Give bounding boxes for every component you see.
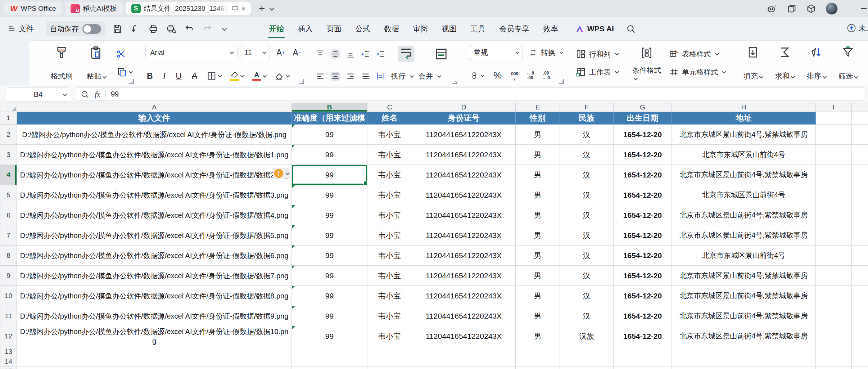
italic-button[interactable]: I bbox=[162, 71, 167, 81]
row-header-15[interactable]: 15 bbox=[0, 366, 17, 369]
cut-icon[interactable] bbox=[116, 49, 127, 59]
name-box[interactable]: B4 bbox=[5, 87, 71, 102]
cell-B3[interactable]: 99 bbox=[292, 145, 367, 165]
cell-H15[interactable] bbox=[672, 366, 816, 369]
cell-B10[interactable]: 99 bbox=[292, 286, 367, 306]
cell-A10[interactable]: D:/鲸闲办公/python办公/摸鱼办公软件/数据源/excel AI文件/身… bbox=[17, 286, 292, 306]
cell-E3[interactable]: 男 bbox=[516, 145, 560, 165]
cell-G5[interactable]: 1654-12-20 bbox=[614, 185, 672, 205]
increase-font-button[interactable]: A+ bbox=[275, 48, 286, 58]
menu-tab-插入[interactable]: 插入 bbox=[298, 24, 313, 34]
cell-C3[interactable]: 韦小宝 bbox=[367, 145, 412, 165]
cell-F11[interactable]: 汉 bbox=[560, 306, 614, 326]
distributed-icon[interactable] bbox=[376, 72, 385, 81]
tab-docer-templates[interactable]: AI 稻壳AI模板 bbox=[65, 2, 123, 15]
paste-button[interactable]: 粘贴 bbox=[81, 44, 111, 82]
user-avatar[interactable] bbox=[826, 3, 838, 15]
wps-ai-button[interactable]: WPS AI bbox=[575, 24, 614, 33]
cell-C2[interactable]: 韦小宝 bbox=[367, 125, 412, 145]
row-header-12[interactable]: 12 bbox=[0, 326, 17, 346]
wrap-text-button[interactable] bbox=[391, 45, 421, 63]
menu-tab-页面[interactable]: 页面 bbox=[326, 24, 342, 34]
cell-B13[interactable] bbox=[292, 346, 367, 357]
cell-D5[interactable]: 11204416541220243X bbox=[412, 185, 516, 205]
cell-J6[interactable] bbox=[852, 205, 868, 225]
menu-tab-数据[interactable]: 数据 bbox=[384, 24, 399, 34]
row-header-13[interactable]: 13 bbox=[0, 346, 17, 357]
decrease-indent-icon[interactable] bbox=[361, 49, 370, 59]
cell-A4[interactable]: D:/鲸闲办公/python办公/摸鱼办公软件/数据源/excel AI文件/身… bbox=[17, 165, 292, 185]
cell-J7[interactable] bbox=[852, 225, 868, 246]
sum-button[interactable]: 求和 bbox=[770, 44, 799, 82]
cell-C8[interactable]: 韦小宝 bbox=[367, 246, 412, 266]
row-header-10[interactable]: 10 bbox=[0, 286, 17, 306]
cell-A5[interactable]: D:/鲸闲办公/python办公/摸鱼办公软件/数据源/excel AI文件/身… bbox=[17, 185, 292, 205]
cell-F8[interactable]: 汉 bbox=[560, 246, 614, 266]
cell-A12[interactable]: D:/鲸闲办公/python办公/摸鱼办公软件/数据源/excel AI文件/身… bbox=[17, 326, 292, 346]
cell-G9[interactable]: 1654-12-20 bbox=[614, 266, 672, 286]
underline-button[interactable]: U bbox=[174, 71, 183, 81]
cell-C5[interactable]: 韦小宝 bbox=[367, 185, 412, 205]
cell-D6[interactable]: 11204416541220243X bbox=[412, 205, 516, 225]
cell-D7[interactable]: 11204416541220243X bbox=[412, 225, 516, 246]
cell-G13[interactable] bbox=[614, 346, 672, 357]
cell-C14[interactable] bbox=[367, 357, 412, 366]
cell-D8[interactable]: 11204416541220243X bbox=[412, 246, 516, 266]
quick-access-chevron-icon[interactable] bbox=[222, 26, 227, 31]
cell-C12[interactable]: 韦小宝 bbox=[367, 326, 412, 346]
cell-E14[interactable] bbox=[516, 357, 560, 366]
autosave-toggle[interactable] bbox=[82, 24, 101, 34]
cell-H11[interactable]: 北京市东城区景山前街4号,紫禁城敬事房 bbox=[672, 306, 816, 326]
cell-A8[interactable]: D:/鲸闲办公/python办公/摸鱼办公软件/数据源/excel AI文件/身… bbox=[17, 246, 292, 266]
cell-E12[interactable]: 男 bbox=[516, 326, 560, 346]
cell-G10[interactable]: 1654-12-20 bbox=[614, 286, 672, 306]
cell-D15[interactable] bbox=[412, 366, 516, 369]
cell-A13[interactable] bbox=[17, 346, 292, 357]
row-header-1[interactable]: 1 bbox=[0, 112, 17, 125]
thousands-separator-button[interactable]: 000, bbox=[511, 72, 518, 79]
clipboard-expander[interactable] bbox=[129, 79, 134, 84]
align-bottom-icon[interactable] bbox=[346, 49, 355, 59]
cell-I1[interactable] bbox=[816, 112, 852, 125]
align-top-icon[interactable] bbox=[316, 49, 325, 59]
copy-button[interactable] bbox=[116, 67, 132, 77]
cell-A11[interactable]: D:/鲸闲办公/python办公/摸鱼办公软件/数据源/excel AI文件/身… bbox=[17, 306, 292, 326]
align-left-icon[interactable] bbox=[316, 72, 325, 81]
print-icon[interactable] bbox=[148, 23, 159, 34]
cell-J10[interactable] bbox=[852, 286, 868, 306]
column-header-B[interactable]: B bbox=[292, 103, 367, 112]
undo-icon[interactable] bbox=[184, 23, 195, 34]
search-icon[interactable] bbox=[626, 24, 636, 34]
merge-cells-label[interactable]: 合并 bbox=[419, 71, 440, 81]
font-color-button[interactable]: A bbox=[251, 71, 266, 81]
cell-B14[interactable] bbox=[292, 357, 367, 366]
font-name-select[interactable]: Arial bbox=[145, 45, 238, 60]
cell-I7[interactable] bbox=[816, 225, 852, 246]
cell-C6[interactable]: 韦小宝 bbox=[367, 205, 412, 225]
cell-E7[interactable]: 男 bbox=[516, 225, 560, 246]
cell-G11[interactable]: 1654-12-20 bbox=[614, 306, 672, 326]
filter-button[interactable]: 筛选 bbox=[833, 44, 863, 82]
eraser-button[interactable] bbox=[273, 71, 289, 81]
cell-D2[interactable]: 11204416541220243X bbox=[412, 125, 516, 145]
cell-C9[interactable]: 韦小宝 bbox=[367, 266, 412, 286]
cell-A15[interactable] bbox=[17, 366, 292, 369]
borders-button[interactable] bbox=[206, 71, 222, 81]
cell-A2[interactable]: D:/鲸闲办公/python办公/摸鱼办公软件/数据源/excel AI文件/身… bbox=[17, 125, 292, 145]
cell-J14[interactable] bbox=[852, 357, 868, 366]
row-header-2[interactable]: 2 bbox=[0, 125, 17, 145]
cell-F13[interactable] bbox=[560, 346, 614, 357]
fill-button[interactable]: 填充 bbox=[738, 44, 768, 82]
print-preview-icon[interactable] bbox=[166, 23, 177, 34]
cell-I4[interactable] bbox=[816, 165, 852, 185]
new-tab-button[interactable]: + bbox=[259, 3, 265, 14]
convert-button[interactable]: 转换 bbox=[528, 48, 562, 58]
cell-D12[interactable]: 11204416541220243X bbox=[412, 326, 516, 346]
cell-I13[interactable] bbox=[816, 346, 852, 357]
percent-button[interactable]: % bbox=[492, 70, 503, 81]
align-right-icon[interactable] bbox=[346, 72, 355, 81]
increase-indent-icon[interactable] bbox=[376, 49, 385, 59]
cell-E9[interactable]: 男 bbox=[516, 266, 560, 286]
merge-cells-button[interactable] bbox=[426, 46, 456, 62]
header-cell-D1[interactable]: 身份证号 bbox=[412, 112, 516, 125]
